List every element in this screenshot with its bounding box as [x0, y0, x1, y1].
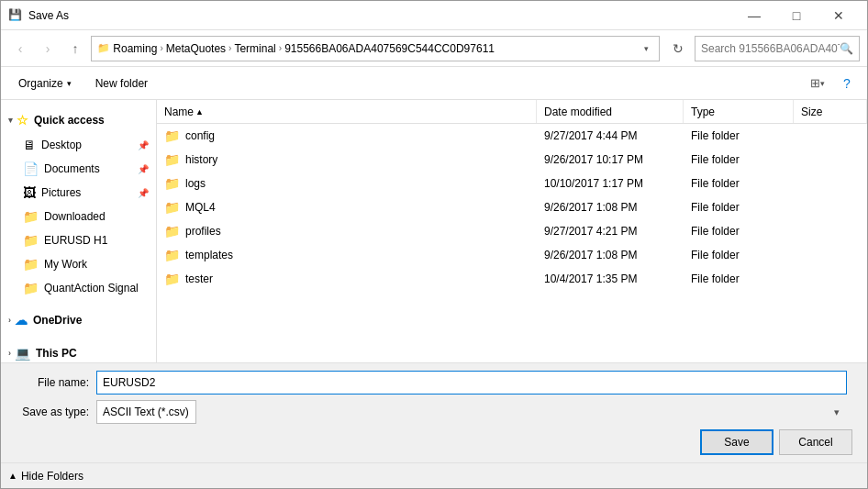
table-row[interactable]: 📁 config 9/27/2017 4:44 PM File folder [157, 124, 867, 148]
thispc-section: › 💻 This PC [1, 337, 156, 362]
file-name-cell: 📁 config [157, 124, 537, 148]
file-size-cell [794, 172, 867, 195]
filename-row: File name: [16, 371, 852, 395]
documents-pin-icon: 📌 [138, 164, 149, 174]
file-name-cell: 📁 logs [157, 172, 537, 195]
back-button[interactable]: ‹ [8, 37, 32, 61]
savetype-wrapper: ASCII Text (*.csv) [96, 400, 847, 424]
folder-icon: 📁 [164, 176, 180, 191]
refresh-button[interactable]: ↻ [665, 36, 691, 61]
file-type-cell: File folder [684, 219, 794, 243]
organize-button[interactable]: Organize ▾ [8, 71, 82, 96]
folder-icon: 📁 [164, 248, 180, 262]
col-header-size[interactable]: Size [794, 100, 867, 123]
help-button[interactable]: ? [834, 71, 860, 96]
savetype-row: Save as type: ASCII Text (*.csv) [16, 400, 852, 424]
thispc-header[interactable]: › 💻 This PC [1, 340, 156, 362]
toolbar: Organize ▾ New folder ⊞ ▾ ? [1, 67, 867, 100]
up-button[interactable]: ↑ [63, 37, 87, 61]
cancel-button[interactable]: Cancel [779, 429, 852, 455]
path-segment-roaming: 📁 Roaming [97, 42, 157, 55]
file-name-cell: 📁 tester [157, 267, 537, 291]
table-row[interactable]: 📁 profiles 9/27/2017 4:21 PM File folder [157, 219, 867, 243]
help-icon: ? [843, 76, 851, 91]
hide-folders-bar[interactable]: ▲ Hide Folders [1, 462, 867, 488]
savetype-select[interactable]: ASCII Text (*.csv) [96, 400, 196, 424]
path-chevron-3: › [279, 43, 282, 53]
organize-dropdown-icon: ▾ [67, 79, 72, 88]
table-row[interactable]: 📁 history 9/26/2017 10:17 PM File folder [157, 148, 867, 172]
forward-button[interactable]: › [36, 37, 60, 61]
table-row[interactable]: 📁 logs 10/10/2017 1:17 PM File folder [157, 172, 867, 195]
close-button[interactable]: ✕ [818, 1, 860, 30]
col-header-type[interactable]: Type [684, 100, 794, 123]
col-header-date[interactable]: Date modified [537, 100, 684, 123]
file-name-cell: 📁 history [157, 148, 537, 172]
file-date-cell: 9/27/2017 4:44 PM [537, 124, 684, 148]
quick-access-section: ▾ ☆ Quick access 🖥 Desktop 📌 📄 Documents… [1, 104, 156, 304]
eurusd-icon: 📁 [23, 233, 39, 248]
table-row[interactable]: 📁 templates 9/26/2017 1:08 PM File folde… [157, 243, 867, 267]
path-dropdown-button[interactable]: ▾ [639, 36, 653, 61]
filename-input[interactable] [96, 371, 847, 395]
path-segment-terminal: Terminal [234, 42, 275, 55]
thispc-chevron: › [8, 349, 11, 358]
file-date-cell: 9/26/2017 10:17 PM [537, 148, 684, 172]
file-type-cell: File folder [684, 124, 794, 148]
view-button[interactable]: ⊞ ▾ [805, 71, 830, 96]
title-bar: 💾 Save As — □ ✕ [1, 1, 867, 30]
search-box[interactable]: 🔍 [695, 36, 860, 61]
sidebar-item-downloaded[interactable]: 📁 Downloaded [1, 205, 156, 228]
path-chevron-1: › [160, 43, 162, 53]
path-segment-metaquotes: MetaQuotes [166, 42, 226, 55]
maximize-button[interactable]: □ [775, 1, 818, 30]
pictures-pin-icon: 📌 [138, 188, 149, 198]
thispc-icon: 💻 [15, 346, 30, 361]
onedrive-header[interactable]: › ☁ OneDrive [1, 307, 156, 333]
save-button[interactable]: Save [700, 429, 773, 455]
file-type-cell: File folder [684, 195, 794, 219]
search-input[interactable] [701, 42, 840, 55]
quantaction-icon: 📁 [23, 281, 39, 295]
mywork-icon: 📁 [23, 257, 39, 272]
col-header-name[interactable]: Name ▲ [157, 100, 537, 123]
table-row[interactable]: 📁 tester 10/4/2017 1:35 PM File folder [157, 267, 867, 291]
folder-icon: 📁 [164, 224, 180, 239]
file-name-cell: 📁 MQL4 [157, 195, 537, 219]
table-row[interactable]: 📁 MQL4 9/26/2017 1:08 PM File folder [157, 195, 867, 219]
file-size-cell [794, 148, 867, 172]
dialog-icon: 💾 [8, 8, 23, 23]
file-type-cell: File folder [684, 172, 794, 195]
bottom-panel: File name: Save as type: ASCII Text (*.c… [1, 362, 867, 462]
address-path[interactable]: 📁 Roaming › MetaQuotes › Terminal › 9155… [91, 36, 660, 61]
file-list-header: Name ▲ Date modified Type Size [157, 100, 867, 124]
sidebar-item-desktop[interactable]: 🖥 Desktop 📌 [1, 133, 156, 157]
dialog-title: Save As [28, 9, 733, 22]
quick-access-header[interactable]: ▾ ☆ Quick access [1, 107, 156, 133]
file-date-cell: 10/10/2017 1:17 PM [537, 172, 684, 195]
sort-arrow: ▲ [195, 107, 204, 117]
sidebar-item-pictures[interactable]: 🖼 Pictures 📌 [1, 181, 156, 205]
file-type-cell: File folder [684, 243, 794, 267]
address-bar: ‹ › ↑ 📁 Roaming › MetaQuotes › Terminal … [1, 30, 867, 67]
minimize-button[interactable]: — [733, 1, 775, 30]
new-folder-button[interactable]: New folder [85, 71, 158, 96]
file-list-area: Name ▲ Date modified Type Size 📁 config [157, 100, 867, 362]
sidebar-item-mywork[interactable]: 📁 My Work [1, 252, 156, 276]
onedrive-section: › ☁ OneDrive [1, 304, 156, 337]
title-bar-controls: — □ ✕ [733, 1, 860, 30]
savetype-label: Save as type: [16, 406, 89, 418]
sidebar-item-quantaction[interactable]: 📁 QuantAction Signal [1, 276, 156, 300]
pictures-icon: 🖼 [23, 185, 36, 200]
file-date-cell: 10/4/2017 1:35 PM [537, 267, 684, 291]
main-content: ▾ ☆ Quick access 🖥 Desktop 📌 📄 Documents… [1, 100, 867, 362]
file-size-cell [794, 219, 867, 243]
sidebar-item-eurusd[interactable]: 📁 EURUSD H1 [1, 228, 156, 252]
file-name-cell: 📁 profiles [157, 219, 537, 243]
folder-icon: 📁 [164, 200, 180, 215]
file-size-cell [794, 195, 867, 219]
filename-label: File name: [16, 376, 89, 389]
file-type-cell: File folder [684, 267, 794, 291]
sidebar-item-documents[interactable]: 📄 Documents 📌 [1, 157, 156, 181]
path-segments: 📁 Roaming › MetaQuotes › Terminal › 9155… [97, 42, 639, 55]
